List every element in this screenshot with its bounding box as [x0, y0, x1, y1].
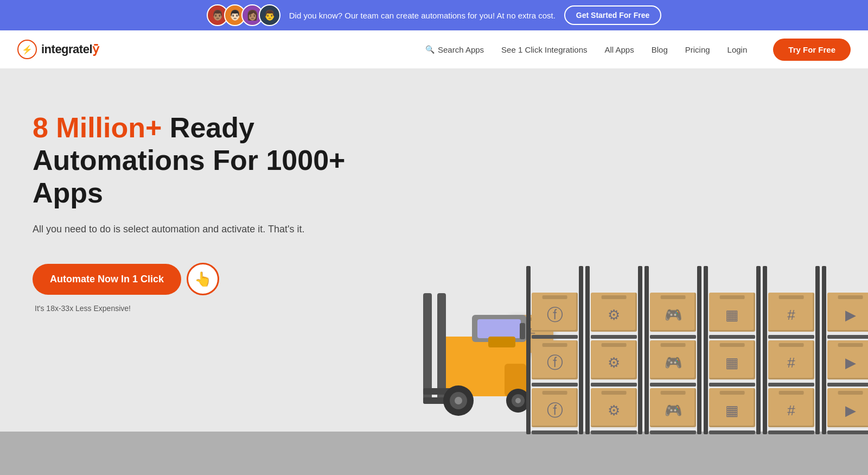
- box-icon: 🎮: [665, 307, 682, 324]
- svg-rect-3: [423, 293, 432, 402]
- svg-rect-14: [520, 323, 525, 339]
- box: 🎮: [650, 388, 696, 427]
- nav-link-pricing[interactable]: Pricing: [685, 45, 710, 54]
- logo-text: integratelȳ: [41, 42, 99, 56]
- box: ▦: [709, 340, 755, 379]
- click-icon: 👆: [187, 263, 219, 295]
- shelf-unit-6: ▶ ▶ ▶: [822, 293, 868, 434]
- box-icon: ▶: [845, 307, 856, 324]
- less-expensive-text: It's 18x-33x Less Expensive!: [35, 304, 401, 313]
- nav-link-blog[interactable]: Blog: [652, 45, 668, 54]
- shelf-bar: [532, 383, 578, 387]
- shelf-row: ⓕ: [532, 340, 578, 379]
- svg-rect-2: [477, 319, 521, 338]
- shelf-pole-left: [526, 266, 531, 434]
- box: 🎮: [650, 340, 696, 379]
- box: #: [768, 340, 814, 379]
- box: #: [768, 293, 814, 332]
- svg-rect-4: [437, 293, 446, 402]
- box: ⓕ: [532, 293, 578, 332]
- box: ▶: [827, 340, 868, 379]
- top-banner: 👨🏽 👨🏻 👩🏽 👨 Did you know? Our team can cr…: [0, 0, 868, 30]
- nav-link-all-apps[interactable]: All Apps: [605, 45, 634, 54]
- box: ▶: [827, 293, 868, 332]
- hero-title-highlight: 8 Million+: [33, 112, 162, 143]
- logo[interactable]: ⚡ integratelȳ: [17, 40, 99, 59]
- automate-button[interactable]: Automate Now In 1 Click: [33, 264, 181, 295]
- svg-point-10: [455, 397, 462, 404]
- box-icon: 🎮: [665, 354, 682, 371]
- box-icon: ⓕ: [547, 400, 563, 422]
- shelf-row: ⓕ: [532, 388, 578, 427]
- avatar-group: 👨🏽 👨🏻 👩🏽 👨: [207, 4, 280, 26]
- shelf-column: 🎮 🎮 🎮: [644, 293, 701, 434]
- nav-links: 🔍 Search Apps See 1 Click Integrations A…: [425, 39, 851, 61]
- box-icon: #: [787, 307, 795, 324]
- shelf-column: ▦ ▦ ▦: [704, 293, 761, 434]
- logo-icon: ⚡: [17, 40, 37, 59]
- box-icon: ⓕ: [547, 352, 563, 374]
- shelf-unit-1: ⓕ ⓕ ⓕ: [526, 293, 583, 434]
- nav-link-login[interactable]: Login: [727, 45, 748, 54]
- svg-rect-15: [488, 337, 515, 347]
- box: ⚙: [591, 388, 637, 427]
- svg-point-13: [515, 398, 521, 403]
- shelf-unit-2: ⚙ ⚙ ⚙: [585, 293, 642, 434]
- box-icon: ⚙: [608, 354, 620, 371]
- banner-cta-button[interactable]: Get Started For Free: [564, 5, 661, 25]
- hero-title: 8 Million+ Ready Automations For 1000+ A…: [33, 112, 401, 209]
- shelf-pole-right: [579, 266, 583, 434]
- shelf-row: ⓕ: [532, 293, 578, 332]
- search-nav-link[interactable]: 🔍 Search Apps: [425, 45, 484, 54]
- shelf-bar: [532, 335, 578, 339]
- box: ▦: [709, 388, 755, 427]
- hero-visual: 𝔽: [391, 258, 868, 475]
- shelf-unit-3: 🎮 🎮 🎮: [644, 293, 701, 434]
- box-icon: ⓕ: [547, 304, 563, 326]
- box: ⓕ: [532, 388, 578, 427]
- shelf-column: # # #: [763, 293, 820, 434]
- hero-content: 8 Million+ Ready Automations For 1000+ A…: [33, 112, 401, 313]
- hero-subtitle: All you need to do is select automation …: [33, 222, 401, 237]
- box: #: [768, 388, 814, 427]
- box: ⚙: [591, 293, 637, 332]
- shelf-unit-5: # # #: [763, 293, 820, 434]
- box-icon: ▦: [725, 402, 739, 419]
- search-icon: 🔍: [425, 45, 435, 54]
- try-free-button[interactable]: Try For Free: [773, 39, 851, 61]
- shelf-column: ⚙ ⚙ ⚙: [585, 293, 642, 434]
- avatar: 👨: [259, 4, 280, 26]
- box-icon: #: [787, 354, 795, 371]
- box: ▦: [709, 293, 755, 332]
- navbar: ⚡ integratelȳ 🔍 Search Apps See 1 Click …: [0, 30, 868, 68]
- nav-link-integrations[interactable]: See 1 Click Integrations: [501, 45, 587, 54]
- search-nav-label: Search Apps: [438, 45, 484, 54]
- box-icon: ▶: [845, 354, 856, 371]
- hero-section: 8 Million+ Ready Automations For 1000+ A…: [0, 68, 868, 475]
- box: ⓕ: [532, 340, 578, 379]
- cta-group: Automate Now In 1 Click 👆: [33, 263, 401, 295]
- box-icon: ▦: [725, 354, 739, 371]
- shelf-bar: [532, 430, 578, 434]
- automate-button-label: Automate Now In 1 Click: [50, 274, 164, 285]
- box-icon: ▦: [725, 307, 739, 324]
- box: ⚙: [591, 340, 637, 379]
- shelves-container: ⓕ ⓕ ⓕ: [526, 293, 868, 434]
- box-icon: ⚙: [608, 402, 620, 419]
- box-icon: ⚙: [608, 307, 620, 324]
- shelf-column: ⓕ ⓕ ⓕ: [526, 293, 583, 434]
- box-icon: 🎮: [665, 402, 682, 419]
- shelf-unit-4: ▦ ▦ ▦: [704, 293, 761, 434]
- banner-text: Did you know? Our team can create automa…: [289, 11, 556, 20]
- box-icon: #: [787, 402, 795, 419]
- shelf-column: ▶ ▶ ▶: [822, 293, 868, 434]
- box: 🎮: [650, 293, 696, 332]
- box-icon: ▶: [845, 402, 856, 419]
- box: ▶: [827, 388, 868, 427]
